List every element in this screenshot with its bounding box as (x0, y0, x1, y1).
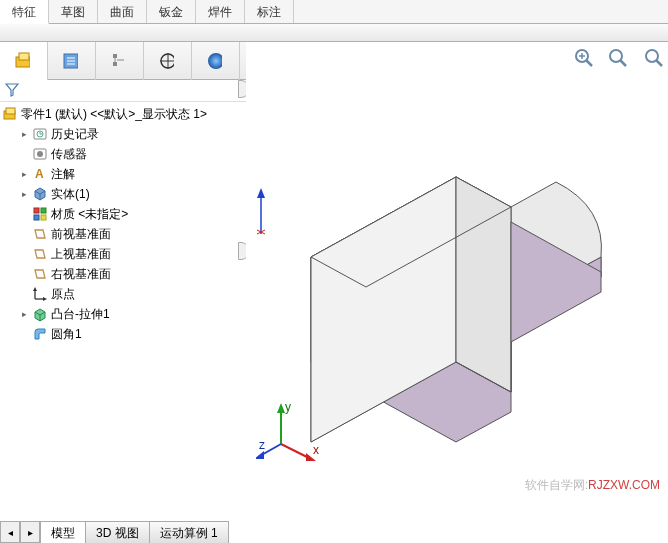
plane-icon (32, 266, 48, 282)
display-icon (158, 53, 174, 69)
panel-tab-display[interactable] (144, 42, 192, 80)
viewport-3d[interactable]: x y z 软件自学网:RJZXW.COM (246, 42, 668, 520)
plane-icon (32, 226, 48, 242)
tree-material[interactable]: 材质 <未指定> (0, 204, 246, 224)
panel-tab-strip (0, 42, 246, 80)
panel-tab-property[interactable] (48, 42, 96, 80)
tab-scroll-right[interactable]: ▸ (20, 521, 40, 543)
svg-marker-29 (33, 287, 37, 291)
svg-rect-24 (41, 208, 46, 213)
part-name: 零件1 (默认) <<默认>_显示状态 1> (21, 106, 207, 123)
tree-label: 前视基准面 (51, 226, 111, 243)
tree-label: 右视基准面 (51, 266, 111, 283)
tab-scroll-left[interactable]: ◂ (0, 521, 20, 543)
tab-annotate[interactable]: 标注 (245, 0, 294, 23)
panel-tab-feature-tree[interactable] (0, 42, 48, 80)
property-icon (62, 53, 78, 69)
tree-label: 原点 (51, 286, 75, 303)
svg-rect-25 (34, 215, 39, 220)
svg-rect-1 (19, 53, 29, 60)
plane-icon (32, 246, 48, 262)
tree-front-plane[interactable]: 前视基准面 (0, 224, 246, 244)
material-icon (32, 206, 48, 222)
svg-rect-7 (113, 62, 117, 66)
bottom-tabs: 模型 3D 视图 运动算例 1 (40, 521, 228, 543)
tree-fillet[interactable]: 圆角1 (0, 324, 246, 344)
panel-tab-appearance[interactable] (192, 42, 240, 80)
tab-weldments[interactable]: 焊件 (196, 0, 245, 23)
history-icon (32, 126, 48, 142)
feature-tree: 零件1 (默认) <<默认>_显示状态 1> ▸历史记录 传感器 ▸A注解 ▸实… (0, 102, 246, 346)
tree-origin[interactable]: 原点 (0, 284, 246, 304)
command-toolbar (0, 24, 668, 42)
tree-solid-bodies[interactable]: ▸实体(1) (0, 184, 246, 204)
svg-text:z: z (259, 438, 265, 452)
annotations-icon: A (32, 166, 48, 182)
tree-label: 圆角1 (51, 326, 82, 343)
bottom-tab-3dview[interactable]: 3D 视图 (85, 521, 150, 543)
svg-marker-46 (256, 451, 264, 459)
command-manager-tabs: 特征 草图 曲面 钣金 焊件 标注 (0, 0, 668, 24)
config-icon (110, 53, 126, 69)
tree-history[interactable]: ▸历史记录 (0, 124, 246, 144)
expand-icon[interactable]: ▸ (18, 128, 30, 140)
svg-text:x: x (313, 443, 319, 457)
tree-label: 传感器 (51, 146, 87, 163)
panel-tab-config[interactable] (96, 42, 144, 80)
svg-marker-30 (43, 297, 47, 301)
tree-label: 历史记录 (51, 126, 99, 143)
tree-sensors[interactable]: 传感器 (0, 144, 246, 164)
fillet-icon (32, 326, 48, 342)
tab-sketch[interactable]: 草图 (49, 0, 98, 23)
tree-label: 上视基准面 (51, 246, 111, 263)
tree-label: 实体(1) (51, 186, 90, 203)
svg-point-21 (37, 151, 43, 157)
expand-icon[interactable]: ▸ (18, 188, 30, 200)
svg-text:A: A (35, 167, 44, 181)
svg-rect-23 (34, 208, 39, 213)
feature-tree-icon (14, 53, 30, 69)
tree-annotations[interactable]: ▸A注解 (0, 164, 246, 184)
feature-manager-panel: 零件1 (默认) <<默认>_显示状态 1> ▸历史记录 传感器 ▸A注解 ▸实… (0, 42, 246, 520)
svg-point-13 (208, 53, 222, 69)
tree-label: 凸台-拉伸1 (51, 306, 110, 323)
extrude-icon (32, 306, 48, 322)
tree-root-part[interactable]: 零件1 (默认) <<默认>_显示状态 1> (0, 104, 246, 124)
filter-icon (4, 82, 20, 98)
expand-icon[interactable]: ▸ (18, 168, 30, 180)
bottom-tab-motion[interactable]: 运动算例 1 (149, 521, 229, 543)
triad-axes[interactable]: x y z (256, 399, 326, 472)
tree-right-plane[interactable]: 右视基准面 (0, 264, 246, 284)
solid-icon (32, 186, 48, 202)
tree-label: 材质 <未指定> (51, 206, 128, 223)
svg-rect-26 (41, 215, 46, 220)
expand-icon[interactable]: ▸ (18, 308, 30, 320)
origin-icon (32, 286, 48, 302)
part-icon (2, 106, 18, 122)
tab-features[interactable]: 特征 (0, 0, 49, 24)
watermark: 软件自学网:RJZXW.COM (525, 477, 660, 494)
tab-sheetmetal[interactable]: 钣金 (147, 0, 196, 23)
sensors-icon (32, 146, 48, 162)
tab-surfaces[interactable]: 曲面 (98, 0, 147, 23)
tree-top-plane[interactable]: 上视基准面 (0, 244, 246, 264)
tree-label: 注解 (51, 166, 75, 183)
appearance-icon (206, 53, 222, 69)
svg-text:y: y (285, 400, 291, 414)
bottom-tab-controls: ◂ ▸ (0, 521, 40, 543)
tree-boss-extrude[interactable]: ▸凸台-拉伸1 (0, 304, 246, 324)
svg-rect-15 (6, 108, 15, 114)
filter-bar[interactable] (0, 80, 246, 102)
bottom-tab-model[interactable]: 模型 (40, 521, 86, 543)
svg-marker-44 (277, 403, 285, 413)
svg-rect-6 (113, 54, 117, 58)
